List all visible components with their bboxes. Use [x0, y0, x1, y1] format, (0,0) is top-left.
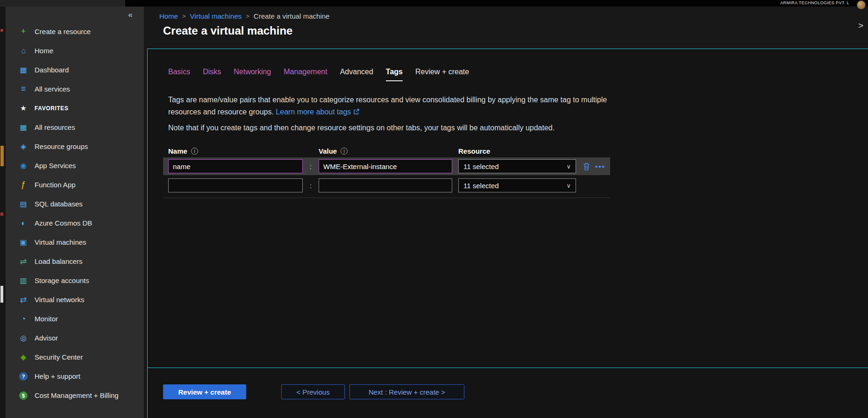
- sidebar-item-security-center[interactable]: ◆Security Center: [6, 347, 144, 367]
- tenant-name: ARMIRA TECHNOLOGIES PVT. L: [780, 0, 849, 5]
- edge-artifact: [0, 146, 4, 166]
- sidebar-item-resource-groups[interactable]: ◈Resource groups: [6, 137, 144, 156]
- all-services-icon: ≡: [18, 84, 29, 94]
- sidebar-item-load-balancers[interactable]: ⇌Load balancers: [6, 252, 144, 271]
- info-icon[interactable]: i: [191, 148, 198, 155]
- sidebar-collapse-button[interactable]: «: [124, 9, 136, 21]
- sidebar-item-azure-cosmos-db[interactable]: ◐Azure Cosmos DB: [6, 213, 144, 233]
- column-header-value: Valuei: [319, 147, 458, 155]
- tab-disks[interactable]: Disks: [203, 68, 221, 81]
- sidebar-item-label: SQL databases: [35, 200, 83, 208]
- sidebar-item-sql-databases[interactable]: ▤SQL databases: [6, 194, 144, 213]
- monitor-icon: ◔: [18, 315, 29, 323]
- sidebar-item-label: Home: [35, 47, 53, 55]
- tag-name-input[interactable]: [168, 159, 303, 173]
- sidebar-item-label: Create a resource: [35, 28, 91, 35]
- sidebar-item-label: Azure Cosmos DB: [35, 219, 92, 227]
- azure-portal-window: ARMIRA TECHNOLOGIES PVT. L « +Create a r…: [0, 0, 868, 418]
- virtual-networks-icon: ⇄: [18, 295, 29, 305]
- sidebar-item-label: Virtual networks: [35, 296, 84, 304]
- sidebar-item-label: All services: [35, 85, 70, 93]
- info-icon[interactable]: i: [341, 148, 348, 155]
- tab-content-pane: BasicsDisksNetworkingManagementAdvancedT…: [147, 49, 868, 418]
- sidebar-item-monitor[interactable]: ◔Monitor: [6, 309, 144, 328]
- edge-artifact: [0, 29, 3, 32]
- plus-icon: +: [18, 27, 29, 36]
- sidebar-item-help-support[interactable]: ?Help + support: [6, 367, 144, 386]
- sidebar-item-function-app[interactable]: ƒFunction App: [6, 175, 144, 194]
- storage-accounts-icon: ▥: [18, 276, 29, 285]
- tab-review-create[interactable]: Review + create: [415, 68, 469, 81]
- sidebar-item-home[interactable]: ⌂Home: [6, 41, 144, 60]
- sidebar-item-virtual-networks[interactable]: ⇄Virtual networks: [6, 290, 144, 309]
- tag-value-input[interactable]: [319, 159, 452, 173]
- name-value-separator: :: [303, 182, 319, 190]
- main-content: Home>Virtual machines>Create a virtual m…: [144, 7, 868, 418]
- sidebar-item-label: Dashboard: [35, 66, 69, 74]
- sidebar-item-label: App Services: [35, 162, 76, 170]
- account-avatar[interactable]: [857, 0, 866, 9]
- resource-select[interactable]: 11 selected∨: [458, 178, 576, 192]
- review-create-button[interactable]: Review + create: [163, 384, 246, 399]
- sidebar-item-app-services[interactable]: ◉App Services: [6, 156, 144, 175]
- page-title: Create a virtual machine: [163, 24, 292, 37]
- sidebar-item-storage-accounts[interactable]: ▥Storage accounts: [6, 271, 144, 290]
- description-text: Tags are name/value pairs that enable yo…: [168, 96, 607, 116]
- top-bar-left-segment: [0, 0, 125, 7]
- tag-value-input[interactable]: [319, 178, 452, 192]
- column-header-resource: Resource: [458, 147, 610, 155]
- tag-row: :11 selected∨: [163, 177, 610, 194]
- tab-networking[interactable]: Networking: [234, 68, 271, 81]
- tags-table-body: :11 selected∨•••:11 selected∨: [163, 157, 610, 198]
- sidebar-item-create-a-resource[interactable]: +Create a resource: [6, 22, 144, 41]
- security-center-icon: ◆: [18, 353, 29, 361]
- tab-tags[interactable]: Tags: [386, 68, 403, 81]
- delete-tag-icon[interactable]: [583, 163, 590, 170]
- top-bar: ARMIRA TECHNOLOGIES PVT. L: [0, 0, 868, 7]
- resource-groups-icon: ◈: [18, 142, 29, 151]
- breadcrumb-home[interactable]: Home: [159, 12, 178, 20]
- cosmos-db-icon: ◐: [18, 219, 29, 227]
- tag-row: :11 selected∨•••: [163, 157, 610, 175]
- breadcrumb-separator: >: [246, 13, 249, 20]
- tag-name-input[interactable]: [168, 178, 303, 192]
- edge-artifact: [0, 286, 3, 303]
- tab-basics[interactable]: Basics: [168, 68, 190, 81]
- tab-management[interactable]: Management: [284, 68, 327, 81]
- resource-select-value: 11 selected: [463, 163, 499, 170]
- panel-expand-icon[interactable]: >: [858, 21, 863, 31]
- tab-advanced[interactable]: Advanced: [340, 68, 373, 81]
- home-icon: ⌂: [18, 47, 29, 55]
- learn-more-link[interactable]: Learn more about tags: [276, 108, 351, 116]
- more-options-icon[interactable]: •••: [595, 163, 605, 170]
- sidebar-item-all-services[interactable]: ≡All services: [6, 79, 144, 99]
- resource-select-value: 11 selected: [463, 182, 499, 190]
- breadcrumb: Home>Virtual machines>Create a virtual m…: [159, 10, 329, 21]
- sidebar-item-label: Monitor: [35, 315, 58, 323]
- breadcrumb-virtual-machines[interactable]: Virtual machines: [190, 12, 242, 20]
- column-header-label: Resource: [458, 147, 490, 155]
- column-header-label: Name: [168, 147, 187, 155]
- sql-databases-icon: ▤: [18, 199, 29, 208]
- sidebar: « +Create a resource⌂Home▦Dashboard≡All …: [6, 7, 144, 418]
- load-balancers-icon: ⇌: [18, 256, 29, 267]
- sidebar-item-virtual-machines[interactable]: ▣Virtual machines: [6, 233, 144, 252]
- screen-edge: [0, 0, 6, 418]
- next-button[interactable]: Next : Review + create >: [349, 384, 464, 399]
- tab-bar: BasicsDisksNetworkingManagementAdvancedT…: [168, 68, 469, 81]
- app-services-icon: ◉: [18, 161, 29, 170]
- tags-description: Tags are name/value pairs that enable yo…: [168, 94, 607, 118]
- sidebar-item-label: Cost Management + Billing: [35, 391, 119, 399]
- sidebar-item-favorites: ★FAVORITES: [6, 99, 144, 118]
- sidebar-item-advisor[interactable]: ◎Advisor: [6, 328, 144, 347]
- sidebar-item-cost-management-billing[interactable]: $Cost Management + Billing: [6, 386, 144, 405]
- resource-select[interactable]: 11 selected∨: [458, 159, 576, 173]
- external-link-icon: [353, 109, 359, 115]
- previous-button[interactable]: < Previous: [281, 384, 345, 399]
- edge-artifact: [0, 213, 3, 216]
- help-support-icon: ?: [19, 372, 28, 381]
- sidebar-item-dashboard[interactable]: ▦Dashboard: [6, 60, 144, 79]
- sidebar-item-all-resources[interactable]: ▦All resources: [6, 118, 144, 137]
- cost-management-icon: $: [19, 391, 28, 400]
- column-header-label: Value: [319, 147, 337, 155]
